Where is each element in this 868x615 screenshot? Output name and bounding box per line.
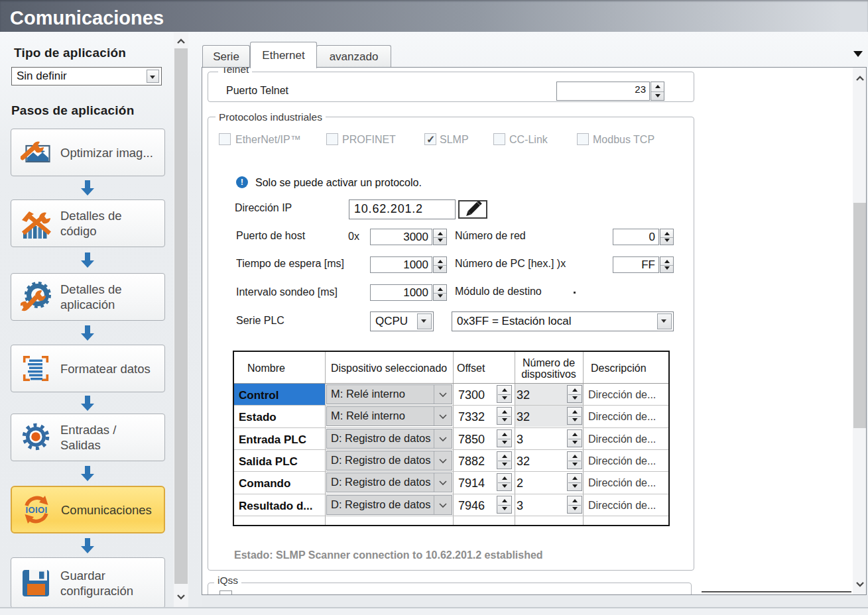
svg-text:IOIOI: IOIOI: [25, 505, 47, 515]
